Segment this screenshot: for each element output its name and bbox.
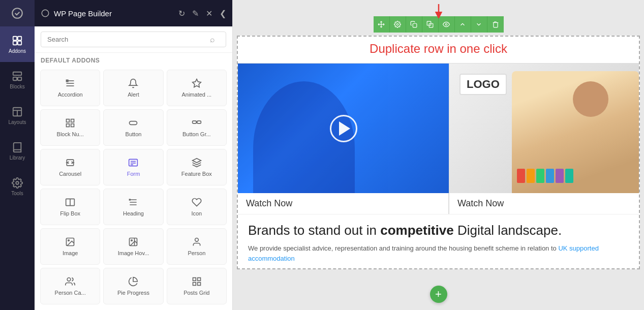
svg-rect-19 bbox=[71, 119, 74, 122]
canvas-wrapper: Duplicate row in one click Watch Now LOG… bbox=[233, 0, 644, 310]
addon-person[interactable]: Person bbox=[167, 228, 227, 265]
sidebar-item-library[interactable]: Library bbox=[0, 133, 35, 169]
svg-rect-43 bbox=[193, 283, 196, 286]
subtext: We provide specialist advice, representa… bbox=[248, 243, 629, 263]
addon-block-nu[interactable]: Block Nu... bbox=[40, 109, 100, 146]
addon-person-ca-label: Person Ca... bbox=[55, 290, 86, 296]
svg-rect-4 bbox=[18, 41, 21, 44]
sidebar-item-tools[interactable]: Tools bbox=[0, 169, 35, 204]
svg-rect-20 bbox=[71, 124, 74, 127]
svg-marker-17 bbox=[192, 79, 201, 87]
addon-feature-box-label: Feature Box bbox=[181, 171, 212, 177]
addon-block-nu-label: Block Nu... bbox=[57, 131, 84, 137]
search-input[interactable] bbox=[41, 32, 226, 47]
svg-rect-6 bbox=[13, 77, 17, 80]
main-content: Duplicate row in one click Watch Now LOG… bbox=[233, 0, 644, 310]
addon-person-ca[interactable]: Person Ca... bbox=[40, 268, 100, 304]
addon-flip-box[interactable]: Flip Box bbox=[40, 189, 100, 225]
watch-now-right-label: Watch Now bbox=[449, 193, 639, 214]
canvas-area: Duplicate row in one click Watch Now LOG… bbox=[237, 36, 640, 269]
svg-point-36 bbox=[131, 240, 133, 241]
addon-icon-label: Icon bbox=[191, 210, 202, 216]
addon-accordion-label: Accordion bbox=[58, 91, 83, 98]
arrow-indicator bbox=[428, 4, 449, 20]
close-icon[interactable]: ✕ bbox=[206, 9, 212, 18]
icon-sidebar: Addons Blocks Layouts Library Tool bbox=[0, 0, 35, 310]
toolbar-down-btn[interactable] bbox=[471, 16, 487, 33]
addon-icon[interactable]: Icon bbox=[167, 189, 227, 225]
addon-flip-box-label: Flip Box bbox=[60, 210, 80, 216]
addon-button-label: Button bbox=[126, 131, 142, 137]
svg-point-48 bbox=[396, 23, 398, 25]
svg-rect-5 bbox=[13, 72, 22, 75]
addons-panel: WP Page Builder ↻ ✎ ✕ ❮ ⌕ Default Addons… bbox=[35, 0, 233, 310]
addon-animated[interactable]: Animated ... bbox=[167, 70, 227, 106]
sidebar-item-addons[interactable]: Addons bbox=[0, 26, 35, 62]
toolbar-copy-btn[interactable] bbox=[406, 16, 422, 33]
addon-form[interactable]: Form bbox=[103, 149, 163, 185]
svg-rect-32 bbox=[129, 199, 131, 200]
subtext-link[interactable]: UK supported accommodation bbox=[248, 244, 599, 262]
svg-rect-42 bbox=[197, 283, 200, 286]
sidebar-item-blocks[interactable]: Blocks bbox=[0, 62, 35, 98]
duplicate-row-text: Duplicate row in one click bbox=[238, 37, 639, 63]
header-action-icons: ↻ ✎ ✕ ❮ bbox=[178, 9, 226, 18]
refresh-icon[interactable]: ↻ bbox=[178, 9, 185, 18]
add-row-button[interactable]: + bbox=[430, 286, 447, 303]
svg-rect-22 bbox=[130, 121, 137, 125]
addon-button-gr-label: Button Gr... bbox=[182, 131, 211, 137]
logo-text: LOGO bbox=[459, 74, 507, 95]
svg-rect-2 bbox=[18, 36, 21, 40]
search-box: ⌕ bbox=[35, 26, 232, 53]
addon-alert[interactable]: Alert bbox=[103, 70, 163, 106]
toolbar-settings-btn[interactable] bbox=[390, 16, 406, 33]
sidebar-layouts-label: Layouts bbox=[8, 119, 26, 125]
addon-button[interactable]: Button bbox=[103, 109, 163, 146]
sidebar-blocks-label: Blocks bbox=[10, 84, 24, 89]
svg-rect-1 bbox=[13, 36, 17, 40]
addon-accordion[interactable]: Accordion bbox=[40, 70, 100, 106]
addon-button-gr[interactable]: Button Gr... bbox=[167, 109, 227, 146]
video-block[interactable] bbox=[238, 64, 449, 193]
addon-feature-box[interactable]: Feature Box bbox=[167, 149, 227, 185]
addon-carousel-label: Carousel bbox=[59, 171, 81, 177]
addon-heading-label: Heading bbox=[123, 210, 144, 216]
toolbar-move-btn[interactable] bbox=[374, 16, 390, 33]
svg-rect-7 bbox=[18, 77, 21, 80]
toolbar-up-btn[interactable] bbox=[455, 16, 471, 33]
addon-alert-label: Alert bbox=[128, 91, 139, 98]
app-logo bbox=[0, 0, 35, 26]
addons-grid: Accordion Alert Animated ... Block Nu... bbox=[35, 66, 232, 310]
svg-rect-24 bbox=[197, 121, 201, 123]
addon-carousel[interactable]: Carousel bbox=[40, 149, 100, 185]
play-button[interactable] bbox=[330, 115, 357, 142]
edit-icon[interactable]: ✎ bbox=[192, 9, 199, 18]
wp-icon bbox=[41, 9, 50, 18]
svg-rect-40 bbox=[193, 278, 196, 281]
svg-point-12 bbox=[42, 10, 49, 17]
svg-point-39 bbox=[67, 278, 71, 282]
headline: Brands to stand out in competitive Digit… bbox=[248, 223, 629, 238]
collapse-icon[interactable]: ❮ bbox=[220, 9, 226, 18]
addon-image[interactable]: Image bbox=[40, 228, 100, 265]
toolbar-delete-btn[interactable] bbox=[487, 16, 504, 33]
sidebar-addons-label: Addons bbox=[9, 48, 26, 54]
svg-point-11 bbox=[16, 181, 19, 184]
sidebar-item-layouts[interactable]: Layouts bbox=[0, 98, 35, 133]
svg-rect-41 bbox=[197, 278, 200, 281]
image-placeholder: LOGO bbox=[449, 64, 639, 193]
addon-heading[interactable]: Heading bbox=[103, 189, 163, 225]
svg-rect-23 bbox=[192, 121, 196, 123]
svg-point-34 bbox=[68, 240, 70, 241]
image-block: LOGO bbox=[449, 64, 639, 214]
addon-image-label: Image bbox=[63, 250, 78, 256]
addon-pie-progress[interactable]: Pie Progress bbox=[103, 268, 163, 304]
addon-image-hov[interactable]: Image Hov... bbox=[103, 228, 163, 265]
sidebar-library-label: Library bbox=[10, 155, 25, 161]
search-wrap: ⌕ bbox=[41, 32, 226, 47]
addon-image-hov-label: Image Hov... bbox=[118, 250, 149, 256]
svg-point-0 bbox=[12, 8, 22, 18]
content-row: Watch Now LOGO bbox=[238, 63, 639, 214]
addon-posts-grid[interactable]: Posts Grid bbox=[167, 268, 227, 304]
svg-point-52 bbox=[445, 23, 447, 25]
